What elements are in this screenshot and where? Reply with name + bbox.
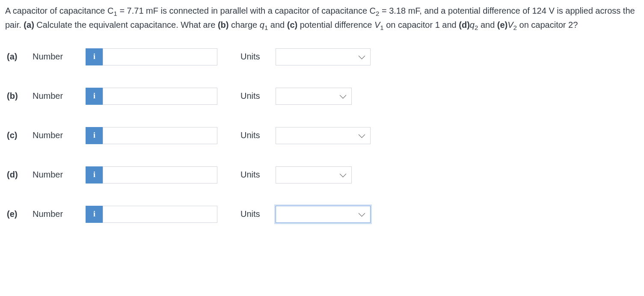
part-label: (d) — [7, 168, 33, 181]
info-icon[interactable]: i — [86, 48, 103, 65]
answer-row-a: (a)NumberiUnits — [5, 48, 639, 65]
units-select[interactable] — [276, 127, 371, 144]
question-text: A capacitor of capacitance C1 = 7.71 mF … — [5, 4, 639, 33]
units-label: Units — [240, 207, 276, 221]
info-icon[interactable]: i — [86, 127, 103, 144]
answer-row-c: (c)NumberiUnits — [5, 127, 639, 144]
number-input-group: i — [86, 88, 217, 105]
answer-row-e: (e)NumberiUnits — [5, 206, 639, 223]
number-input[interactable] — [103, 48, 217, 65]
part-label: (a) — [7, 50, 33, 63]
number-input[interactable] — [103, 127, 217, 144]
answer-row-b: (b)NumberiUnits — [5, 88, 639, 105]
units-select[interactable] — [276, 88, 352, 105]
number-input-group: i — [86, 206, 217, 223]
part-label: (e) — [7, 207, 33, 221]
number-input[interactable] — [103, 88, 217, 105]
units-select[interactable] — [276, 166, 352, 184]
units-select[interactable] — [276, 206, 371, 223]
number-label: Number — [33, 89, 86, 103]
units-select[interactable] — [276, 48, 371, 65]
part-label: (c) — [7, 129, 33, 142]
units-label: Units — [240, 168, 276, 181]
units-label: Units — [240, 89, 276, 103]
units-label: Units — [240, 50, 276, 63]
info-icon[interactable]: i — [86, 88, 103, 105]
number-input-group: i — [86, 127, 217, 144]
number-input-group: i — [86, 48, 217, 65]
info-icon[interactable]: i — [86, 206, 103, 223]
number-input[interactable] — [103, 166, 217, 184]
number-label: Number — [33, 50, 86, 63]
part-label: (b) — [7, 89, 33, 103]
info-icon[interactable]: i — [86, 166, 103, 184]
number-label: Number — [33, 129, 86, 142]
number-input-group: i — [86, 166, 217, 184]
number-label: Number — [33, 207, 86, 221]
number-input[interactable] — [103, 206, 217, 223]
answer-row-d: (d)NumberiUnits — [5, 166, 639, 184]
number-label: Number — [33, 168, 86, 181]
units-label: Units — [240, 129, 276, 142]
